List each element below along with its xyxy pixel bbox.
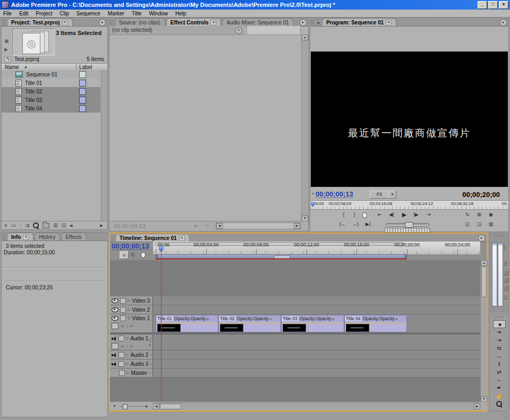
effect-controls-mini-timeline[interactable] — [246, 26, 301, 35]
go-to-out-button[interactable]: →} — [352, 221, 359, 228]
menu-marker[interactable]: Marker — [108, 11, 124, 16]
go-to-in-button[interactable]: {← — [339, 221, 346, 228]
track-header-audio-2[interactable]: ▷ Audio 2 × — [110, 350, 153, 359]
label-chip[interactable] — [79, 97, 86, 104]
add-keyframe-icon[interactable]: ◇ — [125, 344, 128, 348]
new-bin-icon[interactable] — [42, 223, 49, 228]
close-tab-icon[interactable]: × — [386, 20, 392, 25]
tool-slip[interactable]: ⇄ — [493, 368, 506, 376]
scroll-left-icon[interactable]: ◀ — [216, 223, 223, 229]
next-keyframe-icon[interactable]: ▶ — [131, 344, 133, 348]
track-header-video-2[interactable]: ▷ Video 2 — [110, 305, 153, 314]
preview-play-icon[interactable]: ▶ — [4, 47, 8, 52]
automate-to-sequence-icon[interactable]: ⇉ — [25, 222, 29, 228]
panel-drag-handle[interactable] — [3, 235, 5, 240]
tab-timeline[interactable]: Timeline: Sequence 01 × — [115, 234, 190, 242]
close-tab-icon[interactable]: × — [210, 20, 216, 25]
toggle-track-output-icon[interactable] — [112, 316, 118, 321]
previous-keyframe-icon[interactable]: ◀ — [121, 344, 123, 348]
menu-help[interactable]: Help — [175, 11, 186, 16]
toggle-track-mute-icon[interactable] — [112, 362, 117, 366]
list-item-sequence-01[interactable]: Sequence 01 — [2, 70, 100, 79]
tool-pen[interactable]: ✒ — [493, 384, 506, 392]
list-item-title-01[interactable]: Title 01 — [2, 79, 100, 87]
track-lock-toggle[interactable] — [119, 370, 125, 376]
poster-frame-icon[interactable]: ▣ — [4, 38, 9, 44]
track-options-icon[interactable]: × — [150, 362, 152, 366]
zoom-in-icon[interactable]: ▴ — [145, 403, 148, 408]
tool-rate-stretch[interactable]: ↔ — [493, 352, 506, 360]
collapse-track-icon[interactable]: ▷ — [126, 362, 129, 366]
loop-button[interactable]: ↻ — [464, 211, 471, 218]
tool-zoom[interactable] — [493, 400, 506, 408]
close-tab-icon[interactable]: × — [23, 234, 29, 240]
gang-menu-icon[interactable]: ▼ — [317, 21, 320, 25]
track-header-audio-1[interactable]: ▽ Audio 1 × ◀ ◇ ▶ L R — [110, 335, 153, 350]
track-content-video-2[interactable] — [153, 305, 480, 314]
track-header-video-1[interactable]: ▽ Video 1 ◀ ◇ ▶ — [110, 314, 153, 333]
menu-clip[interactable]: Clip — [60, 11, 69, 16]
track-header-audio-3[interactable]: ▷ Audio 3 × — [110, 359, 153, 368]
collapse-track-icon[interactable]: ▷ — [128, 298, 130, 303]
go-to-next-edit-button[interactable]: ⇥ — [425, 211, 432, 218]
step-forward-button[interactable]: |▶ — [412, 211, 420, 218]
set-in-button[interactable]: { — [340, 211, 347, 218]
jog-control[interactable] — [385, 228, 430, 233]
program-video-display[interactable]: 最近幫一間廠商做宣傳片 — [311, 52, 508, 187]
panel-drag-handle[interactable] — [110, 20, 113, 25]
go-to-previous-edit-button[interactable]: ⇤ — [376, 211, 384, 218]
next-keyframe-icon[interactable]: ▶ — [131, 324, 133, 328]
timeline-ruler[interactable]: 00;00 00;00;04;00 00;00;08;00 00;00;12;0… — [153, 242, 480, 255]
effect-controls-hscrollbar[interactable]: ◀ ▶ — [216, 222, 301, 229]
label-chip[interactable] — [79, 71, 86, 78]
close-tab-icon[interactable]: × — [179, 235, 185, 241]
tool-track-select[interactable]: ↠ — [493, 328, 506, 336]
playhead-line[interactable] — [161, 250, 162, 402]
shuttle-slider[interactable] — [386, 223, 429, 227]
find-icon[interactable] — [33, 222, 39, 228]
column-name[interactable]: Name — [5, 64, 19, 70]
marker-button[interactable] — [362, 212, 367, 218]
tool-slide[interactable]: ⇔ — [493, 376, 506, 384]
scroll-left-icon[interactable]: ◀ — [70, 224, 72, 228]
panel-menu-icon[interactable]: ▸ — [300, 19, 307, 26]
safe-margins-button[interactable]: ⊞ — [475, 211, 483, 218]
effect-dropdown-icon[interactable]: ▾ — [333, 317, 334, 321]
timeline-clip-title-01[interactable]: Title 01Opacity:Opacity▾ — [156, 315, 218, 332]
list-view-icon[interactable]: ≡ — [4, 222, 7, 228]
program-mini-ruler[interactable]: 00;00 00;02;08;04 00;04;16;08 00;06;24;1… — [310, 200, 508, 210]
toggle-track-mute-icon[interactable] — [112, 353, 117, 357]
panel-drag-handle[interactable] — [111, 236, 114, 241]
track-lock-toggle[interactable] — [118, 361, 124, 367]
panel-drag-handle[interactable] — [3, 20, 5, 25]
track-options-icon[interactable]: × — [150, 353, 152, 357]
timeline-clip-title-03[interactable]: Title 03Opacity:Opacity▾ — [281, 315, 344, 332]
tab-effects[interactable]: Effects — [61, 233, 86, 241]
scroll-up-icon[interactable]: ▲ — [302, 35, 308, 40]
tool-ripple-edit[interactable]: ⇥ — [493, 336, 506, 344]
track-lock-toggle[interactable] — [118, 352, 124, 358]
menu-sequence[interactable]: Sequence — [76, 11, 100, 16]
program-current-timecode[interactable]: 00;00;00;13 — [316, 191, 353, 198]
up-one-level-icon[interactable]: ↰ — [4, 56, 11, 63]
scroll-right-icon[interactable]: ▶ — [474, 404, 480, 409]
list-item-title-04[interactable]: Title 04 — [2, 104, 100, 113]
project-scrollbar[interactable] — [101, 70, 107, 221]
show-hide-effects-icon[interactable]: » — [235, 27, 242, 34]
opacity-rubber-band[interactable] — [282, 323, 344, 323]
work-area-bar[interactable] — [156, 254, 407, 259]
icon-view-icon[interactable]: ▭ — [11, 222, 16, 228]
toggle-track-mute-icon[interactable] — [112, 336, 117, 341]
lift-button[interactable]: ◱ — [464, 221, 471, 228]
opacity-rubber-band[interactable] — [219, 323, 280, 323]
track-header-video-3[interactable]: ▷ Video 3 — [110, 296, 153, 305]
menu-file[interactable]: File — [3, 11, 12, 16]
collapse-track-icon[interactable]: ▽ — [128, 316, 130, 321]
label-chip[interactable] — [79, 105, 86, 112]
panel-drag-handle[interactable] — [311, 20, 314, 25]
timeline-current-timecode[interactable]: 00;00;00;13 — [112, 243, 149, 250]
track-content-video-3[interactable] — [153, 296, 480, 305]
add-keyframe-icon[interactable]: ◇ — [125, 324, 128, 328]
play-effect-icon[interactable]: ▶ — [194, 223, 198, 228]
panel-menu-icon[interactable]: ▸ — [500, 19, 507, 26]
